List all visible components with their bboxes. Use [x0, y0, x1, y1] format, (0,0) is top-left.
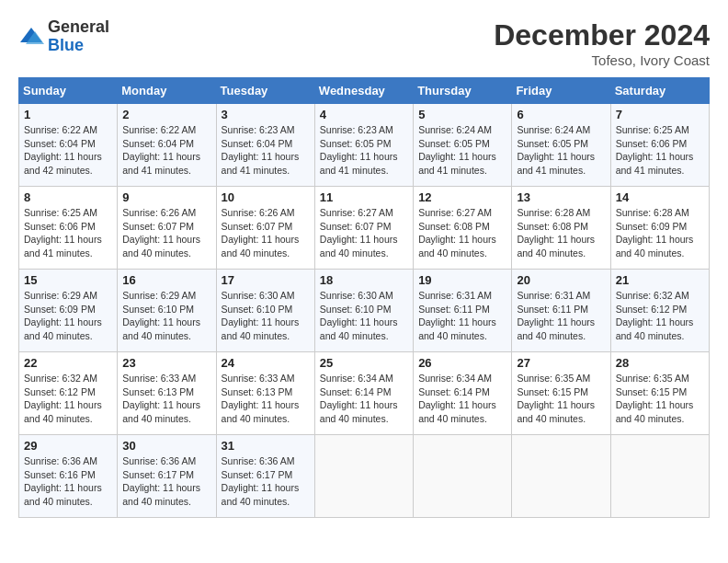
day-info: Sunrise: 6:25 AMSunset: 6:06 PMDaylight:…	[24, 206, 112, 260]
day-info: Sunrise: 6:23 AMSunset: 6:04 PMDaylight:…	[222, 123, 310, 178]
calendar-cell: 7 Sunrise: 6:25 AMSunset: 6:06 PMDayligh…	[610, 104, 709, 187]
calendar-cell: 11 Sunrise: 6:27 AMSunset: 6:07 PMDaylig…	[314, 187, 413, 270]
calendar-cell	[512, 435, 610, 518]
weekday-sunday: Sunday	[19, 78, 118, 104]
week-row-2: 8 Sunrise: 6:25 AMSunset: 6:06 PMDayligh…	[19, 187, 710, 270]
day-info: Sunrise: 6:31 AMSunset: 6:11 PMDaylight:…	[418, 289, 506, 343]
weekday-tuesday: Tuesday	[216, 78, 314, 104]
day-info: Sunrise: 6:26 AMSunset: 6:07 PMDaylight:…	[122, 206, 210, 260]
logo-icon	[18, 24, 44, 50]
calendar-cell: 26 Sunrise: 6:34 AMSunset: 6:14 PMDaylig…	[414, 352, 512, 435]
day-info: Sunrise: 6:34 AMSunset: 6:14 PMDaylight:…	[418, 372, 506, 426]
day-number: 21	[616, 273, 704, 287]
day-info: Sunrise: 6:27 AMSunset: 6:07 PMDaylight:…	[320, 206, 408, 260]
day-info: Sunrise: 6:35 AMSunset: 6:15 PMDaylight:…	[517, 372, 605, 426]
day-number: 16	[122, 273, 210, 287]
calendar-cell: 29 Sunrise: 6:36 AMSunset: 6:16 PMDaylig…	[19, 435, 118, 518]
day-number: 9	[122, 190, 210, 204]
day-number: 17	[222, 273, 310, 287]
calendar-cell	[314, 435, 413, 518]
calendar-cell: 16 Sunrise: 6:29 AMSunset: 6:10 PMDaylig…	[118, 270, 216, 352]
calendar-cell: 21 Sunrise: 6:32 AMSunset: 6:12 PMDaylig…	[610, 270, 709, 352]
day-info: Sunrise: 6:28 AMSunset: 6:08 PMDaylight:…	[517, 206, 605, 260]
page-header: General Blue December 2024 Tofeso, Ivory…	[18, 18, 710, 68]
calendar-cell: 25 Sunrise: 6:34 AMSunset: 6:14 PMDaylig…	[314, 352, 413, 435]
calendar-cell: 9 Sunrise: 6:26 AMSunset: 6:07 PMDayligh…	[118, 187, 216, 270]
week-row-4: 22 Sunrise: 6:32 AMSunset: 6:12 PMDaylig…	[19, 352, 710, 435]
calendar-cell: 3 Sunrise: 6:23 AMSunset: 6:04 PMDayligh…	[216, 104, 314, 187]
day-number: 26	[418, 356, 506, 370]
calendar-cell: 1 Sunrise: 6:22 AMSunset: 6:04 PMDayligh…	[19, 104, 118, 187]
day-info: Sunrise: 6:24 AMSunset: 6:05 PMDaylight:…	[418, 123, 506, 178]
day-number: 4	[320, 108, 408, 121]
day-number: 25	[320, 356, 408, 370]
day-info: Sunrise: 6:26 AMSunset: 6:07 PMDaylight:…	[222, 206, 310, 260]
day-number: 2	[122, 108, 210, 121]
month-title: December 2024	[494, 18, 710, 52]
calendar-cell	[414, 435, 512, 518]
calendar-cell: 30 Sunrise: 6:36 AMSunset: 6:17 PMDaylig…	[118, 435, 216, 518]
day-info: Sunrise: 6:22 AMSunset: 6:04 PMDaylight:…	[24, 123, 112, 178]
day-number: 22	[24, 356, 112, 370]
location-subtitle: Tofeso, Ivory Coast	[494, 52, 710, 68]
weekday-friday: Friday	[512, 78, 610, 104]
calendar-cell: 15 Sunrise: 6:29 AMSunset: 6:09 PMDaylig…	[19, 270, 118, 352]
calendar-cell: 8 Sunrise: 6:25 AMSunset: 6:06 PMDayligh…	[19, 187, 118, 270]
day-number: 27	[517, 356, 605, 370]
day-number: 13	[517, 190, 605, 204]
day-number: 6	[517, 108, 605, 121]
calendar-cell: 31 Sunrise: 6:36 AMSunset: 6:17 PMDaylig…	[216, 435, 314, 518]
day-number: 14	[616, 190, 704, 204]
calendar-body: 1 Sunrise: 6:22 AMSunset: 6:04 PMDayligh…	[19, 104, 710, 518]
calendar-cell: 27 Sunrise: 6:35 AMSunset: 6:15 PMDaylig…	[512, 352, 610, 435]
day-info: Sunrise: 6:32 AMSunset: 6:12 PMDaylight:…	[616, 289, 704, 343]
day-number: 23	[122, 356, 210, 370]
day-info: Sunrise: 6:31 AMSunset: 6:11 PMDaylight:…	[517, 289, 605, 343]
logo-blue-text: Blue	[48, 36, 84, 54]
weekday-monday: Monday	[118, 78, 216, 104]
calendar-cell: 4 Sunrise: 6:23 AMSunset: 6:05 PMDayligh…	[314, 104, 413, 187]
day-info: Sunrise: 6:30 AMSunset: 6:10 PMDaylight:…	[222, 289, 310, 343]
day-info: Sunrise: 6:34 AMSunset: 6:14 PMDaylight:…	[320, 372, 408, 426]
weekday-thursday: Thursday	[414, 78, 512, 104]
day-info: Sunrise: 6:29 AMSunset: 6:10 PMDaylight:…	[122, 289, 210, 343]
weekday-header-row: SundayMondayTuesdayWednesdayThursdayFrid…	[19, 78, 710, 104]
day-number: 7	[616, 108, 704, 121]
logo-general-text: General	[48, 17, 109, 36]
day-info: Sunrise: 6:35 AMSunset: 6:15 PMDaylight:…	[616, 372, 704, 426]
title-block: December 2024 Tofeso, Ivory Coast	[494, 18, 710, 68]
day-number: 24	[222, 356, 310, 370]
day-info: Sunrise: 6:24 AMSunset: 6:05 PMDaylight:…	[517, 123, 605, 178]
logo: General Blue	[18, 18, 109, 55]
day-info: Sunrise: 6:30 AMSunset: 6:10 PMDaylight:…	[320, 289, 408, 343]
day-number: 30	[122, 439, 210, 453]
day-info: Sunrise: 6:28 AMSunset: 6:09 PMDaylight:…	[616, 206, 704, 260]
day-info: Sunrise: 6:33 AMSunset: 6:13 PMDaylight:…	[122, 372, 210, 426]
day-number: 8	[24, 190, 112, 204]
day-number: 20	[517, 273, 605, 287]
day-info: Sunrise: 6:33 AMSunset: 6:13 PMDaylight:…	[222, 372, 310, 426]
calendar-cell: 17 Sunrise: 6:30 AMSunset: 6:10 PMDaylig…	[216, 270, 314, 352]
calendar-cell: 20 Sunrise: 6:31 AMSunset: 6:11 PMDaylig…	[512, 270, 610, 352]
day-number: 3	[222, 108, 310, 121]
week-row-3: 15 Sunrise: 6:29 AMSunset: 6:09 PMDaylig…	[19, 270, 710, 352]
calendar-cell: 14 Sunrise: 6:28 AMSunset: 6:09 PMDaylig…	[610, 187, 709, 270]
day-number: 18	[320, 273, 408, 287]
day-number: 31	[222, 439, 310, 453]
calendar-cell: 19 Sunrise: 6:31 AMSunset: 6:11 PMDaylig…	[414, 270, 512, 352]
day-info: Sunrise: 6:22 AMSunset: 6:04 PMDaylight:…	[122, 123, 210, 178]
day-info: Sunrise: 6:36 AMSunset: 6:16 PMDaylight:…	[24, 454, 112, 509]
calendar-cell: 24 Sunrise: 6:33 AMSunset: 6:13 PMDaylig…	[216, 352, 314, 435]
weekday-saturday: Saturday	[610, 78, 709, 104]
calendar-cell	[610, 435, 709, 518]
week-row-5: 29 Sunrise: 6:36 AMSunset: 6:16 PMDaylig…	[19, 435, 710, 518]
day-number: 11	[320, 190, 408, 204]
day-info: Sunrise: 6:25 AMSunset: 6:06 PMDaylight:…	[616, 123, 704, 178]
calendar-cell: 23 Sunrise: 6:33 AMSunset: 6:13 PMDaylig…	[118, 352, 216, 435]
day-number: 15	[24, 273, 112, 287]
day-info: Sunrise: 6:29 AMSunset: 6:09 PMDaylight:…	[24, 289, 112, 343]
day-info: Sunrise: 6:27 AMSunset: 6:08 PMDaylight:…	[418, 206, 506, 260]
day-number: 12	[418, 190, 506, 204]
day-info: Sunrise: 6:36 AMSunset: 6:17 PMDaylight:…	[122, 454, 210, 509]
calendar-cell: 5 Sunrise: 6:24 AMSunset: 6:05 PMDayligh…	[414, 104, 512, 187]
